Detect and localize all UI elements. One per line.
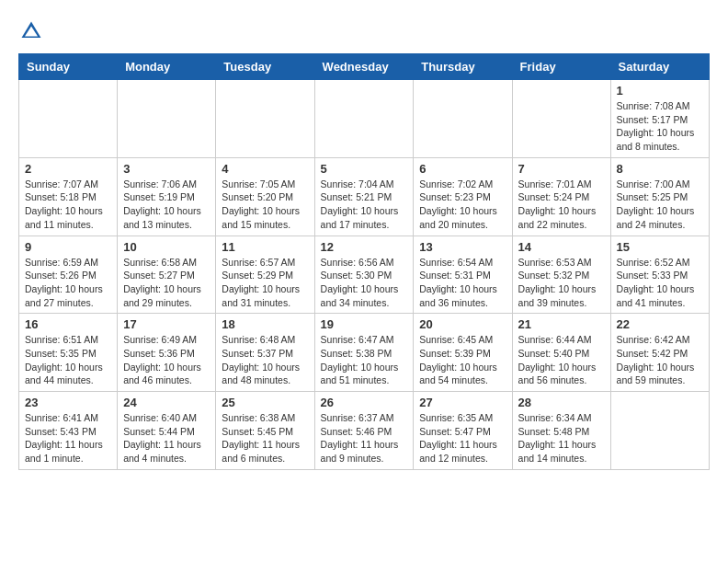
day-number: 24 [123,396,210,409]
calendar-cell: 3Sunrise: 7:06 AM Sunset: 5:19 PM Daylig… [118,157,216,236]
calendar-cell [216,80,314,158]
day-number: 6 [419,162,506,176]
day-number: 28 [518,396,605,409]
day-of-week-header: Friday [512,54,610,80]
day-of-week-header: Saturday [610,54,709,80]
day-number: 27 [419,396,506,409]
day-number: 20 [419,317,506,331]
calendar-cell: 28Sunrise: 6:34 AM Sunset: 5:48 PM Dayli… [512,392,610,470]
day-number: 12 [321,240,408,254]
calendar-cell [610,392,709,470]
calendar-cell: 22Sunrise: 6:42 AM Sunset: 5:42 PM Dayli… [610,314,709,392]
logo-icon [18,18,44,44]
day-info: Sunrise: 6:59 AM Sunset: 5:26 PM Dayligh… [25,256,111,310]
calendar-cell: 5Sunrise: 7:04 AM Sunset: 5:21 PM Daylig… [314,157,414,236]
day-number: 26 [321,396,408,409]
day-info: Sunrise: 7:04 AM Sunset: 5:21 PM Dayligh… [321,178,408,232]
page-header [18,18,710,44]
day-info: Sunrise: 6:51 AM Sunset: 5:35 PM Dayligh… [25,333,111,387]
day-number: 15 [617,240,703,254]
day-number: 25 [222,396,308,409]
day-number: 11 [222,240,308,254]
day-of-week-header: Thursday [414,54,512,80]
day-info: Sunrise: 7:00 AM Sunset: 5:25 PM Dayligh… [617,178,703,232]
day-info: Sunrise: 6:40 AM Sunset: 5:44 PM Dayligh… [123,411,210,465]
day-of-week-header: Tuesday [216,54,314,80]
calendar-cell: 18Sunrise: 6:48 AM Sunset: 5:37 PM Dayli… [216,314,314,392]
calendar-week-row: 2Sunrise: 7:07 AM Sunset: 5:18 PM Daylig… [19,157,710,236]
day-number: 17 [123,317,210,331]
day-info: Sunrise: 6:53 AM Sunset: 5:32 PM Dayligh… [518,256,605,310]
calendar-cell: 25Sunrise: 6:38 AM Sunset: 5:45 PM Dayli… [216,392,314,470]
day-info: Sunrise: 6:44 AM Sunset: 5:40 PM Dayligh… [518,333,605,387]
day-info: Sunrise: 6:35 AM Sunset: 5:47 PM Dayligh… [419,411,506,465]
day-info: Sunrise: 7:06 AM Sunset: 5:19 PM Dayligh… [123,178,210,232]
calendar-week-row: 9Sunrise: 6:59 AM Sunset: 5:26 PM Daylig… [19,236,710,314]
day-number: 7 [518,162,605,176]
calendar-cell: 20Sunrise: 6:45 AM Sunset: 5:39 PM Dayli… [414,314,512,392]
day-info: Sunrise: 6:54 AM Sunset: 5:31 PM Dayligh… [419,256,506,310]
calendar-cell: 10Sunrise: 6:58 AM Sunset: 5:27 PM Dayli… [118,236,216,314]
logo [18,18,48,44]
calendar-cell: 13Sunrise: 6:54 AM Sunset: 5:31 PM Dayli… [414,236,512,314]
day-info: Sunrise: 7:05 AM Sunset: 5:20 PM Dayligh… [222,178,308,232]
day-number: 2 [25,162,111,176]
day-number: 3 [123,162,210,176]
day-number: 18 [222,317,308,331]
day-number: 1 [617,84,703,98]
calendar-cell [512,80,610,158]
calendar-cell: 6Sunrise: 7:02 AM Sunset: 5:23 PM Daylig… [414,157,512,236]
calendar-cell: 17Sunrise: 6:49 AM Sunset: 5:36 PM Dayli… [118,314,216,392]
day-number: 9 [25,240,111,254]
day-of-week-header: Monday [118,54,216,80]
calendar-cell: 21Sunrise: 6:44 AM Sunset: 5:40 PM Dayli… [512,314,610,392]
day-of-week-header: Wednesday [314,54,414,80]
calendar-week-row: 16Sunrise: 6:51 AM Sunset: 5:35 PM Dayli… [19,314,710,392]
day-info: Sunrise: 6:48 AM Sunset: 5:37 PM Dayligh… [222,333,308,387]
day-number: 19 [321,317,408,331]
calendar-cell: 4Sunrise: 7:05 AM Sunset: 5:20 PM Daylig… [216,157,314,236]
day-number: 16 [25,317,111,331]
day-info: Sunrise: 7:02 AM Sunset: 5:23 PM Dayligh… [419,178,506,232]
calendar-cell: 15Sunrise: 6:52 AM Sunset: 5:33 PM Dayli… [610,236,709,314]
day-info: Sunrise: 6:47 AM Sunset: 5:38 PM Dayligh… [321,333,408,387]
day-number: 22 [617,317,703,331]
day-number: 13 [419,240,506,254]
calendar-table: SundayMondayTuesdayWednesdayThursdayFrid… [18,53,710,470]
day-number: 21 [518,317,605,331]
calendar-header-row: SundayMondayTuesdayWednesdayThursdayFrid… [19,54,710,80]
day-number: 10 [123,240,210,254]
calendar-cell: 27Sunrise: 6:35 AM Sunset: 5:47 PM Dayli… [414,392,512,470]
calendar-cell: 14Sunrise: 6:53 AM Sunset: 5:32 PM Dayli… [512,236,610,314]
day-info: Sunrise: 6:58 AM Sunset: 5:27 PM Dayligh… [123,256,210,310]
day-number: 14 [518,240,605,254]
calendar-cell [118,80,216,158]
day-number: 5 [321,162,408,176]
calendar-cell: 9Sunrise: 6:59 AM Sunset: 5:26 PM Daylig… [19,236,118,314]
calendar-cell [414,80,512,158]
calendar-cell: 7Sunrise: 7:01 AM Sunset: 5:24 PM Daylig… [512,157,610,236]
calendar-cell: 19Sunrise: 6:47 AM Sunset: 5:38 PM Dayli… [314,314,414,392]
day-number: 8 [617,162,703,176]
day-info: Sunrise: 7:07 AM Sunset: 5:18 PM Dayligh… [25,178,111,232]
day-info: Sunrise: 6:57 AM Sunset: 5:29 PM Dayligh… [222,256,308,310]
calendar-cell [314,80,414,158]
calendar-cell: 24Sunrise: 6:40 AM Sunset: 5:44 PM Dayli… [118,392,216,470]
day-info: Sunrise: 7:01 AM Sunset: 5:24 PM Dayligh… [518,178,605,232]
day-number: 4 [222,162,308,176]
calendar-cell [19,80,118,158]
calendar-cell: 12Sunrise: 6:56 AM Sunset: 5:30 PM Dayli… [314,236,414,314]
day-number: 23 [25,396,111,409]
day-info: Sunrise: 7:08 AM Sunset: 5:17 PM Dayligh… [617,99,703,154]
day-info: Sunrise: 6:34 AM Sunset: 5:48 PM Dayligh… [518,411,605,465]
day-info: Sunrise: 6:49 AM Sunset: 5:36 PM Dayligh… [123,333,210,387]
day-info: Sunrise: 6:52 AM Sunset: 5:33 PM Dayligh… [617,256,703,310]
calendar-cell: 8Sunrise: 7:00 AM Sunset: 5:25 PM Daylig… [610,157,709,236]
calendar-cell: 1Sunrise: 7:08 AM Sunset: 5:17 PM Daylig… [610,80,709,158]
day-info: Sunrise: 6:41 AM Sunset: 5:43 PM Dayligh… [25,411,111,465]
calendar-cell: 26Sunrise: 6:37 AM Sunset: 5:46 PM Dayli… [314,392,414,470]
day-info: Sunrise: 6:45 AM Sunset: 5:39 PM Dayligh… [419,333,506,387]
day-info: Sunrise: 6:42 AM Sunset: 5:42 PM Dayligh… [617,333,703,387]
day-info: Sunrise: 6:38 AM Sunset: 5:45 PM Dayligh… [222,411,308,465]
calendar-cell: 16Sunrise: 6:51 AM Sunset: 5:35 PM Dayli… [19,314,118,392]
